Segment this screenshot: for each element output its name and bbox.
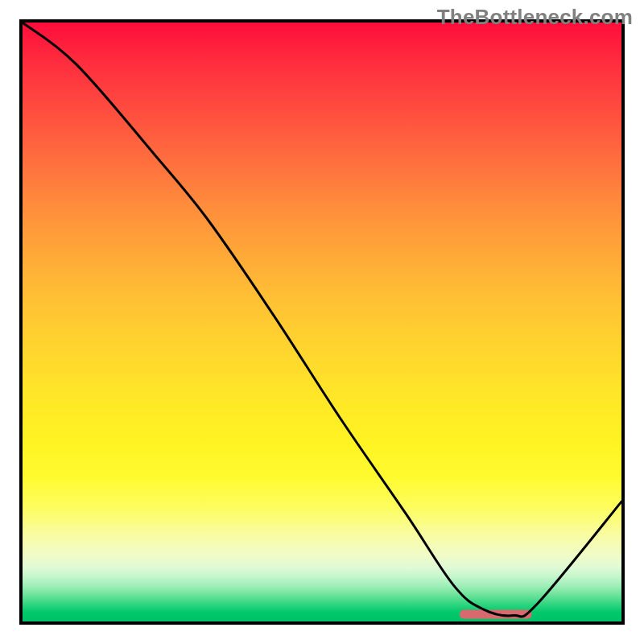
bottleneck-curve-layer bbox=[23, 23, 621, 621]
chart-container: TheBottleneck.com bbox=[0, 0, 644, 644]
bottleneck-curve bbox=[23, 23, 621, 617]
watermark-text: TheBottleneck.com bbox=[437, 5, 633, 30]
plot-frame bbox=[19, 19, 625, 625]
